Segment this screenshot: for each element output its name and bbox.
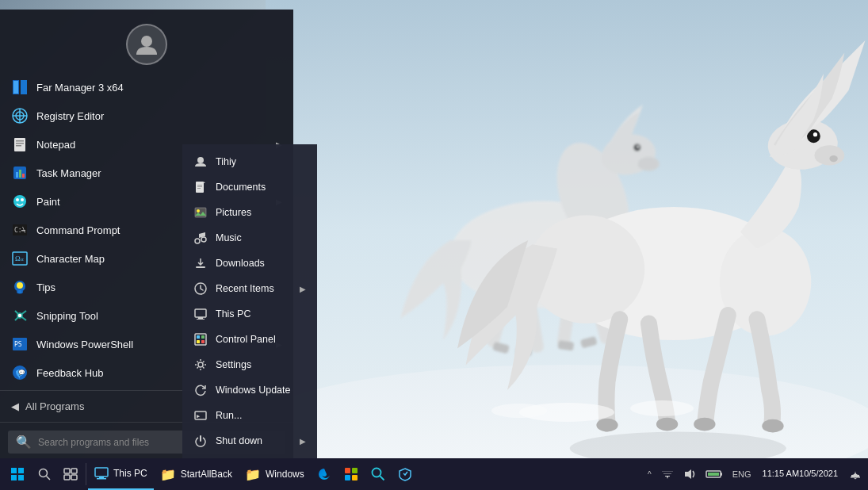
svg-point-32 bbox=[491, 404, 547, 418]
right-item-shutdown[interactable]: Shut down ▶ bbox=[182, 428, 317, 454]
tray-battery[interactable] bbox=[702, 458, 726, 490]
start-item-registry-editor[interactable]: Registry Editor bbox=[0, 101, 293, 130]
taskbar-this-pc[interactable]: This PC bbox=[88, 458, 154, 490]
svg-rect-86 bbox=[201, 340, 205, 343]
notification-icon bbox=[849, 468, 862, 480]
right-item-downloads[interactable]: Downloads bbox=[182, 251, 317, 276]
svg-rect-71 bbox=[197, 186, 202, 187]
windows-folder-label: Windows bbox=[266, 469, 304, 480]
settings-icon bbox=[193, 358, 208, 372]
taskbar-search-app[interactable] bbox=[365, 458, 392, 490]
run-label: Run... bbox=[216, 410, 242, 421]
tihiy-user-icon bbox=[193, 155, 208, 169]
svg-rect-42 bbox=[16, 140, 24, 142]
pictures-icon bbox=[193, 205, 208, 220]
registry-editor-icon bbox=[11, 107, 29, 124]
svg-point-90 bbox=[40, 469, 48, 477]
right-item-music[interactable]: Music bbox=[182, 225, 317, 251]
start-menu-right-panel: Tihiy Documents Pictures bbox=[182, 144, 317, 458]
right-item-settings[interactable]: Settings bbox=[182, 352, 317, 377]
svg-point-76 bbox=[201, 237, 206, 242]
svg-point-60 bbox=[17, 282, 23, 289]
svg-point-26 bbox=[694, 418, 715, 431]
tray-keyboard-lang[interactable]: ENG bbox=[729, 458, 755, 490]
taskview-icon bbox=[63, 468, 78, 480]
tray-chevron[interactable]: ^ bbox=[644, 458, 655, 490]
svg-text:▶: ▶ bbox=[197, 413, 201, 419]
right-item-tihiy[interactable]: Tihiy bbox=[182, 149, 317, 174]
svg-rect-97 bbox=[99, 477, 104, 478]
shutdown-arrow: ▶ bbox=[300, 437, 306, 446]
svg-rect-83 bbox=[197, 335, 200, 339]
svg-rect-77 bbox=[196, 266, 205, 268]
svg-rect-80 bbox=[198, 317, 203, 319]
this-pc-icon bbox=[193, 307, 208, 321]
start-user-area[interactable] bbox=[0, 10, 293, 73]
svg-point-27 bbox=[596, 419, 618, 432]
downloads-icon bbox=[193, 256, 208, 270]
right-item-pictures[interactable]: Pictures bbox=[182, 200, 317, 225]
svg-rect-107 bbox=[662, 471, 673, 472]
taskbar-clock[interactable]: 11:15 AM 10/5/2021 bbox=[758, 458, 843, 490]
svg-rect-105 bbox=[665, 476, 670, 477]
svg-rect-101 bbox=[345, 475, 350, 480]
snipping-tool-icon bbox=[11, 307, 29, 324]
taskbar-startallback[interactable]: 📁 StartAllBack bbox=[154, 458, 239, 490]
taskbar-search-button[interactable] bbox=[32, 458, 57, 490]
right-item-documents[interactable]: Documents bbox=[182, 174, 317, 200]
right-item-recent-items[interactable]: Recent Items ▶ bbox=[182, 276, 317, 301]
taskbar-ms-store[interactable] bbox=[338, 458, 365, 490]
svg-rect-73 bbox=[195, 208, 206, 217]
store-icon bbox=[344, 467, 358, 481]
user-avatar[interactable] bbox=[126, 24, 167, 65]
clock-date: 10/5/2021 bbox=[799, 468, 838, 480]
right-item-windows-update[interactable]: Windows Update bbox=[182, 377, 317, 403]
right-item-this-pc[interactable]: This PC bbox=[182, 301, 317, 327]
svg-rect-47 bbox=[19, 170, 21, 178]
svg-rect-93 bbox=[71, 469, 77, 473]
svg-text:💬: 💬 bbox=[18, 369, 25, 376]
svg-rect-81 bbox=[197, 319, 205, 320]
svg-rect-100 bbox=[352, 468, 358, 473]
svg-rect-54 bbox=[21, 230, 25, 232]
taskbar-windows-folder[interactable]: 📁 Windows bbox=[239, 458, 311, 490]
svg-rect-72 bbox=[197, 188, 201, 189]
search-icon bbox=[38, 468, 51, 480]
tray-notification[interactable] bbox=[846, 458, 865, 490]
svg-point-31 bbox=[630, 400, 694, 416]
shutdown-label: Shut down bbox=[216, 435, 262, 446]
svg-point-51 bbox=[21, 198, 24, 201]
start-button[interactable] bbox=[3, 458, 32, 490]
recent-items-arrow: ▶ bbox=[300, 285, 306, 293]
control-panel-icon bbox=[193, 332, 208, 346]
volume-icon bbox=[683, 468, 696, 480]
taskbar-bitwarden[interactable] bbox=[392, 458, 419, 490]
documents-label: Documents bbox=[216, 182, 266, 193]
this-pc-taskbar-label: This PC bbox=[113, 468, 147, 479]
tray-network-icon[interactable] bbox=[658, 458, 677, 490]
startallback-taskbar-icon: 📁 bbox=[160, 467, 176, 482]
windows-folder-icon: 📁 bbox=[245, 467, 261, 482]
svg-rect-102 bbox=[352, 475, 358, 480]
notepad-icon bbox=[11, 136, 29, 153]
control-panel-label: Control Panel bbox=[216, 334, 276, 345]
paint-icon bbox=[11, 193, 29, 210]
recent-items-label: Recent Items bbox=[216, 283, 274, 294]
right-item-control-panel[interactable]: Control Panel bbox=[182, 327, 317, 352]
battery-icon bbox=[705, 468, 723, 480]
taskbar-edge[interactable] bbox=[311, 458, 338, 490]
tray-volume[interactable] bbox=[680, 458, 699, 490]
this-pc-label: This PC bbox=[216, 308, 250, 320]
documents-icon bbox=[193, 180, 208, 194]
taskview-button[interactable] bbox=[57, 458, 84, 490]
music-label: Music bbox=[216, 232, 242, 243]
start-item-far-manager[interactable]: Far Manager 3 x64 bbox=[0, 73, 293, 101]
svg-rect-110 bbox=[721, 473, 722, 476]
right-item-run[interactable]: ▶ Run... bbox=[182, 403, 317, 428]
svg-point-7 bbox=[637, 146, 639, 148]
svg-marker-69 bbox=[204, 182, 205, 183]
command-prompt-icon: C:\ bbox=[11, 221, 29, 239]
svg-rect-94 bbox=[64, 475, 70, 480]
svg-point-62 bbox=[17, 313, 22, 318]
network-icon bbox=[661, 468, 674, 480]
